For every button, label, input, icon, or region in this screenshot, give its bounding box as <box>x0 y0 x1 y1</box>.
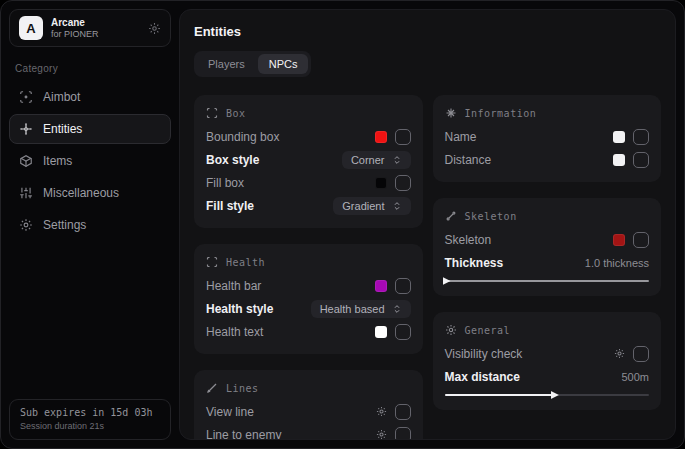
card-title: Skeleton <box>465 211 517 222</box>
dropdown-value: Health based <box>320 303 385 315</box>
gear-icon[interactable] <box>614 348 625 359</box>
thickness-slider[interactable] <box>445 277 650 285</box>
sub-expiry: Sub expires in 15d 03h <box>20 407 160 418</box>
row-visibility-check: Visibility check <box>445 342 650 365</box>
sidebar-item-label: Entities <box>43 122 82 136</box>
card-skeleton: Skeleton Skeleton Thickness 1.0 thicknes… <box>433 198 662 296</box>
crosshair-icon <box>19 90 33 104</box>
max-distance-slider[interactable] <box>445 391 650 399</box>
distance-checkbox[interactable] <box>633 152 649 168</box>
row-health-style: Health style Health based <box>206 297 411 320</box>
chevrons-up-down-icon <box>392 304 402 314</box>
row-label: Health style <box>206 302 273 316</box>
row-label: Line to enemy <box>206 428 281 441</box>
card-lines: Lines View line Line to enemy <box>194 370 423 440</box>
page-title: Entities <box>194 24 661 39</box>
max-distance-value: 500m <box>621 371 649 383</box>
health-style-dropdown[interactable]: Health based <box>311 300 411 318</box>
row-fill-box: Fill box <box>206 171 411 194</box>
main-panel: Entities Players NPCs Box Bounding box <box>179 9 676 440</box>
row-skeleton: Skeleton <box>445 228 650 251</box>
chevrons-up-down-icon <box>392 155 402 165</box>
card-title: Health <box>226 257 265 268</box>
color-swatch[interactable] <box>375 177 387 189</box>
row-label: Name <box>445 130 477 144</box>
card-health: Health Health bar Health style Health ba… <box>194 244 423 354</box>
card-title: Lines <box>226 383 259 394</box>
app-logo: A <box>19 16 43 40</box>
line-icon <box>206 382 218 394</box>
sidebar: A Arcane for PIONER Category Aimbot <box>9 9 171 440</box>
view-line-checkbox[interactable] <box>395 404 411 420</box>
line-to-enemy-checkbox[interactable] <box>395 427 411 441</box>
sidebar-item-items[interactable]: Items <box>9 146 171 176</box>
card-title: General <box>465 325 511 336</box>
tab-players[interactable]: Players <box>197 54 256 74</box>
skeleton-checkbox[interactable] <box>633 232 649 248</box>
row-label: Distance <box>445 153 492 167</box>
color-swatch[interactable] <box>613 154 625 166</box>
card-information: Information Name Distance <box>433 95 662 182</box>
row-view-line: View line <box>206 400 411 423</box>
sliders-icon <box>19 186 33 200</box>
card-title: Box <box>226 108 246 119</box>
slider-thumb[interactable] <box>551 391 559 399</box>
slider-thumb[interactable] <box>443 277 451 285</box>
visibility-check-checkbox[interactable] <box>633 346 649 362</box>
sidebar-item-label: Items <box>43 154 72 168</box>
dropdown-value: Corner <box>351 154 385 166</box>
row-label: View line <box>206 405 254 419</box>
fill-box-checkbox[interactable] <box>395 175 411 191</box>
row-bounding-box: Bounding box <box>206 125 411 148</box>
sun-icon <box>445 324 457 336</box>
color-swatch[interactable] <box>375 280 387 292</box>
bounding-box-checkbox[interactable] <box>395 129 411 145</box>
box-style-dropdown[interactable]: Corner <box>342 151 411 169</box>
sidebar-item-miscellaneous[interactable]: Miscellaneous <box>9 178 171 208</box>
color-swatch[interactable] <box>613 234 625 246</box>
sidebar-header: A Arcane for PIONER <box>9 9 171 47</box>
gear-icon <box>19 218 33 232</box>
fill-style-dropdown[interactable]: Gradient <box>333 197 410 215</box>
card-title: Information <box>465 108 537 119</box>
row-name: Name <box>445 125 650 148</box>
dropdown-value: Gradient <box>342 200 384 212</box>
row-max-distance: Max distance 500m <box>445 365 650 388</box>
color-swatch[interactable] <box>375 131 387 143</box>
app-subtitle: for PIONER <box>51 29 140 39</box>
row-label: Thickness <box>445 256 504 270</box>
sidebar-item-label: Miscellaneous <box>43 186 119 200</box>
tab-group: Players NPCs <box>194 51 311 77</box>
gear-icon[interactable] <box>376 429 387 440</box>
row-box-style: Box style Corner <box>206 148 411 171</box>
card-box: Box Bounding box Box style Corner <box>194 95 423 228</box>
sidebar-item-aimbot[interactable]: Aimbot <box>9 82 171 112</box>
gear-icon[interactable] <box>148 22 161 35</box>
row-label: Max distance <box>445 370 520 384</box>
row-label: Visibility check <box>445 347 523 361</box>
sidebar-item-settings[interactable]: Settings <box>9 210 171 240</box>
health-icon <box>206 256 218 268</box>
tab-npcs[interactable]: NPCs <box>258 54 309 74</box>
bone-icon <box>445 210 457 222</box>
name-checkbox[interactable] <box>633 129 649 145</box>
row-label: Health text <box>206 325 263 339</box>
category-label: Category <box>15 63 165 74</box>
sidebar-item-entities[interactable]: Entities <box>9 114 171 144</box>
sidebar-item-label: Settings <box>43 218 86 232</box>
gear-icon[interactable] <box>376 406 387 417</box>
health-text-checkbox[interactable] <box>395 324 411 340</box>
row-label: Health bar <box>206 279 261 293</box>
color-swatch[interactable] <box>375 326 387 338</box>
session-duration: Session duration 21s <box>20 421 160 431</box>
row-label: Bounding box <box>206 130 279 144</box>
app-window: A Arcane for PIONER Category Aimbot <box>0 0 685 449</box>
row-fill-style: Fill style Gradient <box>206 194 411 217</box>
row-health-bar: Health bar <box>206 274 411 297</box>
info-sparkle-icon <box>445 107 457 119</box>
health-bar-checkbox[interactable] <box>395 278 411 294</box>
color-swatch[interactable] <box>613 131 625 143</box>
subscription-info: Sub expires in 15d 03h Session duration … <box>9 399 171 440</box>
entities-icon <box>19 122 33 136</box>
sidebar-nav: Aimbot Entities Items Miscellaneous <box>9 82 171 240</box>
